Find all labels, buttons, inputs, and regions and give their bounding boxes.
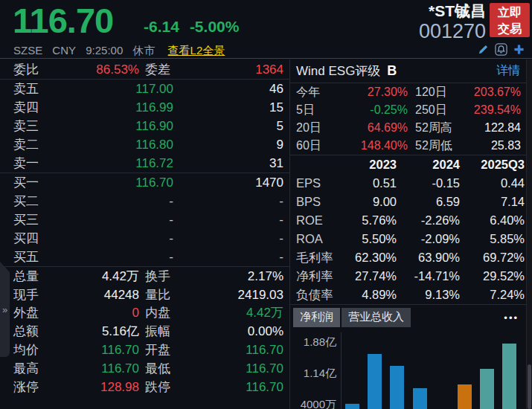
ask-volume: 5	[173, 120, 283, 132]
stat-row: 现手 44248 量比 2419.03	[0, 286, 289, 304]
ask-row[interactable]: 卖三 116.90 5	[0, 117, 289, 135]
vertical-scrollbar	[526, 59, 532, 409]
stat-label-right: 最低	[145, 362, 193, 375]
perf-value-right: 203.67%	[464, 86, 521, 98]
metric-2024: 9.13%	[397, 289, 460, 301]
currency-label: CNY	[52, 44, 76, 57]
daily-stats: 总量 4.42万 换手 2.17% 现手 44248 量比 2419.03 外盘…	[0, 267, 289, 396]
bid-row[interactable]: 买一 116.70 1470	[0, 173, 289, 192]
ask-price: 116.80	[61, 138, 173, 151]
tab-total-revenue[interactable]: 营业总收入	[342, 308, 411, 327]
scrollbar-thumb[interactable]	[528, 364, 531, 409]
perf-value-left: -0.25%	[337, 104, 408, 116]
metric-2025q3: 29.52%	[460, 270, 525, 283]
perf-label-left: 20日	[296, 122, 337, 134]
bid-price: -	[61, 213, 173, 226]
ask-row[interactable]: 卖四 116.99 15	[0, 98, 289, 117]
last-price: 116.70	[13, 0, 113, 41]
ask-row[interactable]: 卖二 116.80 9	[0, 135, 289, 154]
perf-label-left: 今年	[296, 86, 337, 98]
chevron-right-icon: »	[2, 304, 7, 315]
perf-value-right: 25.83	[464, 140, 521, 152]
financials-row: 净利率 27.74% -14.71% 29.52%	[290, 267, 526, 286]
edit-pencil-icon[interactable]	[477, 43, 490, 56]
stat-row: 总额 5.16亿 振幅 0.00%	[0, 322, 289, 341]
stat-label-left: 涨停	[13, 381, 61, 393]
stat-row: 外盘 0 内盘 4.42万	[0, 304, 289, 323]
chart-bar	[390, 366, 404, 409]
metric-label: 毛利率	[296, 251, 342, 264]
metric-2024: 63.90%	[397, 251, 460, 264]
stat-label-left: 总量	[13, 270, 61, 283]
ask-row[interactable]: 卖一 116.72 31	[0, 154, 289, 173]
bid-level-label: 买三	[13, 213, 61, 226]
price-change: -6.14-5.00%	[144, 18, 249, 36]
stat-value-right: 116.70	[193, 344, 283, 356]
bid-volume: -	[173, 251, 283, 263]
change-value: -6.14	[144, 18, 179, 35]
ask-price: 116.90	[61, 120, 173, 132]
trade-now-button[interactable]: 立即 交易	[490, 3, 530, 37]
stat-value-right: 116.70	[193, 381, 283, 393]
ask-level-label: 卖四	[13, 101, 61, 114]
metric-2025q3: 6.40%	[460, 214, 525, 227]
metric-label: EPS	[296, 177, 342, 190]
financials-header-row: 2023 2024 2025Q3	[290, 155, 526, 174]
perf-value-left: 148.40%	[337, 140, 408, 152]
perf-value-left: 27.30%	[337, 86, 408, 98]
bid-volume: -	[173, 232, 283, 245]
ask-volume: 31	[173, 157, 283, 170]
more-options-icon[interactable]: •••	[504, 312, 519, 323]
stat-label-right: 开盘	[145, 344, 193, 356]
financials-body: EPS 0.51 -0.15 0.44 BPS 9.00 6.59 7.14 R…	[290, 174, 526, 304]
l2-panorama-link[interactable]: 查看L2全景	[168, 44, 225, 57]
stat-label-left: 外盘	[13, 306, 61, 319]
quote-time: 9:25:00	[86, 44, 123, 57]
perf-label-left: 60日	[296, 140, 337, 152]
col-2024: 2024	[397, 158, 460, 171]
stat-value-right: 4.42万	[193, 306, 283, 319]
metric-2023: 5.76%	[342, 214, 397, 227]
metric-2024: -2.26%	[397, 214, 460, 227]
stat-value-left: 128.98	[61, 381, 139, 393]
add-plus-icon[interactable]	[513, 43, 525, 56]
stat-value-left: 116.70	[61, 344, 139, 356]
metric-2024: -0.15	[397, 177, 460, 190]
weicha-label: 委差	[145, 63, 193, 76]
metric-2023: 5.50%	[342, 233, 397, 245]
bid-row[interactable]: 买四 - -	[0, 229, 289, 248]
perf-label-right: 52周高	[415, 122, 464, 134]
chart-bar	[368, 354, 382, 409]
tab-net-profit[interactable]: 净利润	[293, 308, 340, 327]
bid-price: -	[61, 251, 173, 263]
bid-row[interactable]: 买二 - -	[0, 192, 289, 210]
commission-ratio-row: 委比 86.53% 委差 1364	[0, 59, 289, 80]
bid-price: -	[61, 232, 173, 245]
stat-row: 总量 4.42万 换手 2.17%	[0, 267, 289, 286]
chart-y-axis	[341, 332, 342, 409]
financials-row: BPS 9.00 6.59 7.14	[290, 193, 526, 211]
esg-detail-link[interactable]: 详情	[496, 63, 520, 79]
stat-value-left: 44248	[61, 289, 139, 301]
metric-2024: -14.71%	[397, 270, 460, 283]
ask-volume: 46	[173, 83, 283, 95]
metric-2025q3: 7.14	[460, 196, 525, 208]
ask-level-label: 卖三	[13, 120, 61, 132]
stat-row: 涨停 128.98 跌停 116.70	[0, 378, 289, 396]
stock-identity: *ST铖昌 001270	[419, 2, 486, 43]
stat-label-right: 内盘	[145, 306, 193, 319]
stat-value-right: 2419.03	[193, 289, 283, 301]
ask-volume: 15	[173, 101, 283, 114]
stat-value-right: 0.00%	[193, 325, 283, 338]
metric-2023: 9.00	[342, 196, 397, 208]
bid-levels: 买一 116.70 1470 买二 - - 买三 - - 买四	[0, 173, 289, 267]
bid-row[interactable]: 买三 - -	[0, 210, 289, 229]
bid-price: 116.70	[61, 176, 173, 189]
side-panel-expander[interactable]: »	[0, 262, 10, 357]
stat-label-right: 跌停	[145, 381, 193, 393]
alert-bell-icon[interactable]	[495, 43, 507, 56]
ask-row[interactable]: 卖五 117.00 46	[0, 80, 289, 98]
bid-row[interactable]: 买五 - -	[0, 248, 289, 266]
metric-label: ROA	[296, 233, 342, 245]
bid-volume: -	[173, 213, 283, 226]
